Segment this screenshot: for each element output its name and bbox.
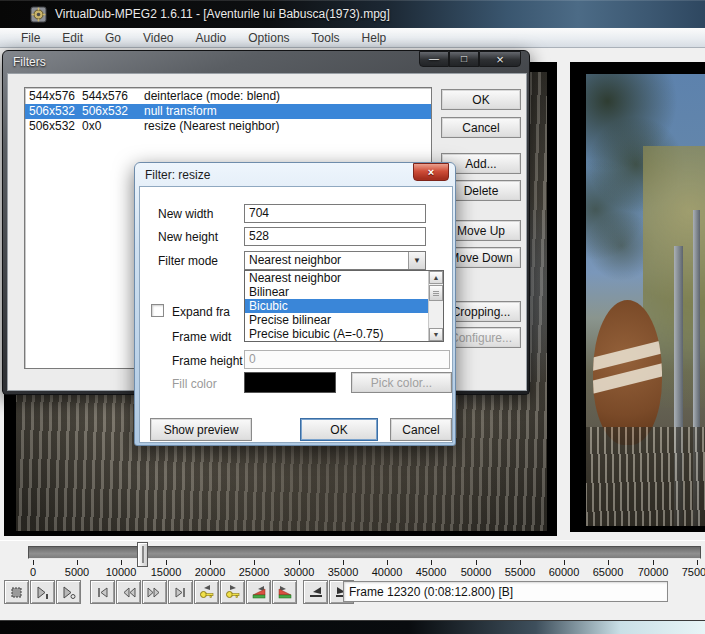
ok-button[interactable]: OK	[300, 418, 378, 441]
filter-mode-label: Filter mode	[158, 254, 218, 268]
clay-jug	[593, 300, 662, 445]
scroll-up-icon[interactable]: ▲	[429, 271, 443, 284]
frame-height-field[interactable]: 0	[244, 350, 450, 369]
filter-name: deinterlace (mode: blend)	[144, 89, 280, 104]
forward-button[interactable]	[142, 580, 167, 604]
filter-row-resize[interactable]: 506x532 0x0 resize (Nearest neighbor)	[25, 119, 431, 134]
prev-scene-button[interactable]	[246, 580, 271, 604]
virtualdub-app: VirtualDub-MPEG2 1.6.11 - [Aventurile lu…	[0, 0, 705, 634]
prev-keyframe-icon	[199, 584, 215, 600]
resize-dialog-title: Filter: resize	[145, 168, 210, 182]
toolbar: Frame 12320 (0:08:12.800) [B]	[0, 578, 705, 606]
new-width-field[interactable]: 704	[244, 204, 426, 223]
close-icon[interactable]: ×	[413, 163, 449, 181]
dropdown-option-precise-bicubic[interactable]: Precise bicubic (A=-0.75)	[245, 327, 428, 341]
filter-in-size: 544x576	[25, 89, 82, 104]
tick-label: 35000	[328, 566, 359, 578]
stop-icon	[9, 585, 24, 600]
video-pane-output	[570, 62, 705, 532]
window-title: VirtualDub-MPEG2 1.6.11 - [Aventurile lu…	[55, 7, 390, 21]
stop-button[interactable]	[4, 580, 29, 604]
new-height-field[interactable]: 528	[244, 227, 426, 246]
filter-mode-dropdown-list: Nearest neighbor Bilinear Bicubic Precis…	[244, 270, 444, 342]
menu-edit[interactable]: Edit	[51, 29, 94, 47]
play-input-icon	[35, 585, 50, 600]
tick-label: 25000	[239, 566, 270, 578]
next-keyframe-icon	[225, 584, 241, 600]
fill-color-swatch	[244, 372, 336, 393]
tick-label: 45000	[416, 566, 447, 578]
tick-label: 0	[30, 566, 36, 578]
filter-mode-value: Nearest neighbor	[245, 252, 408, 269]
go-start-icon	[95, 585, 110, 600]
play-output-button[interactable]	[56, 580, 81, 604]
filters-dialog-titlebar[interactable]: Filters — □ ×	[7, 51, 525, 73]
tick-label: 60000	[549, 566, 580, 578]
seek-thumb[interactable]	[137, 542, 148, 567]
filter-out-size: 544x576	[82, 89, 144, 104]
play-input-button[interactable]	[30, 580, 55, 604]
next-keyframe-button[interactable]	[220, 580, 245, 604]
show-preview-button[interactable]: Show preview	[150, 418, 252, 441]
dropdown-option-bicubic[interactable]: Bicubic	[245, 299, 428, 313]
filters-window-controls: — □ ×	[419, 51, 521, 67]
seek-track[interactable]	[28, 546, 701, 559]
window-bottom-edge	[0, 620, 705, 634]
resize-dialog: Filter: resize × New width 704 New heigh…	[134, 162, 456, 446]
seek-row: 0 5000 10000 15000 20000 25000 30000 350…	[0, 540, 705, 578]
dropdown-option-bilinear[interactable]: Bilinear	[245, 285, 428, 299]
prev-keyframe-button[interactable]	[194, 580, 219, 604]
filter-in-size: 506x532	[25, 119, 82, 134]
menu-go[interactable]: Go	[94, 29, 132, 47]
menu-video[interactable]: Video	[132, 29, 184, 47]
maximize-icon[interactable]: □	[449, 51, 479, 67]
next-scene-button[interactable]	[272, 580, 297, 604]
tick-label: 55000	[505, 566, 536, 578]
scrollbar-thumb[interactable]	[429, 285, 443, 301]
close-icon[interactable]: ×	[479, 51, 521, 67]
chevron-down-icon[interactable]: ▼	[408, 252, 425, 269]
cancel-button[interactable]: Cancel	[441, 117, 521, 138]
mark-in-icon	[308, 584, 324, 600]
mark-in-button[interactable]	[303, 580, 328, 604]
ok-button[interactable]: OK	[441, 89, 521, 110]
scroll-down-icon[interactable]: ▼	[429, 328, 443, 341]
resize-dialog-titlebar[interactable]: Filter: resize ×	[139, 163, 451, 186]
menu-options[interactable]: Options	[237, 29, 300, 47]
frame-status-field: Frame 12320 (0:08:12.800) [B]	[343, 581, 668, 602]
frame-height-label: Frame height	[172, 354, 243, 368]
reed-tangle	[586, 427, 705, 526]
cancel-button[interactable]: Cancel	[390, 418, 452, 441]
filter-row-deinterlace[interactable]: 544x576 544x576 deinterlace (mode: blend…	[25, 89, 431, 104]
menu-tools[interactable]: Tools	[301, 29, 351, 47]
menu-file[interactable]: File	[10, 29, 51, 47]
expand-frame-checkbox[interactable]	[151, 304, 164, 317]
frame-width-label: Frame widt	[172, 330, 231, 344]
menu-help[interactable]: Help	[351, 29, 398, 47]
go-end-icon	[173, 585, 188, 600]
dropdown-scrollbar[interactable]: ▲ ▼	[428, 271, 443, 341]
app-icon	[30, 6, 47, 23]
dropdown-option-precise-bilinear[interactable]: Precise bilinear	[245, 313, 428, 327]
main-titlebar[interactable]: VirtualDub-MPEG2 1.6.11 - [Aventurile lu…	[0, 0, 705, 28]
expand-frame-label: Expand fra	[172, 305, 230, 319]
menubar: File Edit Go Video Audio Options Tools H…	[0, 28, 705, 48]
filter-out-size: 0x0	[82, 119, 144, 134]
go-start-button[interactable]	[90, 580, 115, 604]
tick-label: 40000	[372, 566, 403, 578]
tick-label: 30000	[284, 566, 315, 578]
minimize-icon[interactable]: —	[419, 51, 449, 67]
menu-audio[interactable]: Audio	[185, 29, 238, 47]
tick-label: 20000	[195, 566, 226, 578]
filter-in-size: 506x532	[25, 104, 82, 119]
pick-color-button[interactable]: Pick color...	[351, 372, 452, 393]
filter-name: null transform	[144, 104, 217, 119]
tick-label: 65000	[593, 566, 624, 578]
backward-button[interactable]	[116, 580, 141, 604]
new-height-label: New height	[158, 230, 218, 244]
dropdown-option-nearest-neighbor[interactable]: Nearest neighbor	[245, 271, 428, 285]
frame-status-text: Frame 12320 (0:08:12.800) [B]	[349, 585, 513, 599]
filter-mode-select[interactable]: Nearest neighbor ▼	[244, 251, 426, 270]
filter-row-null-transform[interactable]: 506x532 506x532 null transform	[25, 104, 431, 119]
go-end-button[interactable]	[168, 580, 193, 604]
